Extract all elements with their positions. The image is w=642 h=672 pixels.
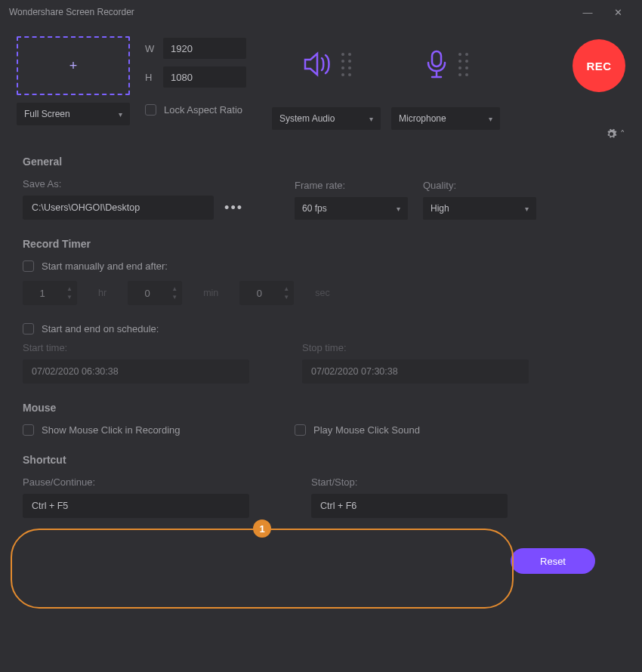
section-mouse: Mouse (23, 402, 619, 414)
system-audio-value: System Audio (279, 113, 335, 124)
microphone-select[interactable]: Microphone ▾ (391, 107, 500, 130)
speaker-icon (302, 51, 332, 78)
hours-unit: hr (98, 288, 106, 298)
height-label: H (145, 72, 156, 83)
seconds-unit: sec (315, 288, 329, 298)
width-label: W (145, 43, 156, 54)
app-window: Wondershare Screen Recorder — ✕ + Full S… (0, 0, 642, 672)
minutes-stepper[interactable]: 0▲▼ (128, 281, 182, 305)
start-stop-label: Start/Stop: (311, 476, 508, 488)
minutes-unit: min (203, 288, 218, 298)
browse-button[interactable]: ••• (218, 200, 249, 216)
timer-schedule-checkbox[interactable] (23, 323, 34, 334)
close-button[interactable]: ✕ (603, 7, 633, 18)
microphone-value: Microphone (399, 113, 446, 124)
pause-continue-label: Pause/Continue: (23, 476, 249, 488)
quality-label: Quality: (423, 180, 536, 191)
show-mouse-click-label: Show Mouse Click in Recording (42, 424, 181, 436)
width-input[interactable] (163, 38, 246, 59)
minimize-button[interactable]: — (573, 7, 603, 18)
hours-stepper[interactable]: 1▲▼ (23, 281, 77, 305)
frame-rate-select[interactable]: 60 fps ▾ (295, 197, 408, 220)
chevron-down-icon: ▾ (525, 205, 529, 213)
start-time-label: Start time: (23, 342, 249, 353)
lock-aspect-label: Lock Aspect Ratio (164, 104, 242, 116)
settings-toggle[interactable]: ˄ (606, 128, 625, 140)
lock-aspect-checkbox[interactable] (145, 104, 156, 116)
section-record-timer: Record Timer (23, 238, 619, 250)
toolbar: + Full Screen ▾ W H Lock Aspect Ratio (0, 24, 642, 137)
chevron-down-icon: ▾ (489, 115, 492, 123)
chevron-up-icon: ˄ (620, 128, 625, 140)
height-input[interactable] (163, 66, 246, 88)
play-click-sound-checkbox[interactable] (295, 424, 306, 436)
start-time-field[interactable]: 07/02/2020 06:30:38 (23, 359, 249, 384)
screen-mode-value: Full Screen (24, 109, 70, 119)
quality-select[interactable]: High ▾ (423, 197, 536, 220)
section-general: General (23, 156, 619, 168)
capture-region-selector[interactable]: + (17, 36, 130, 95)
quality-value: High (431, 203, 449, 214)
record-button[interactable]: REC (573, 39, 625, 92)
chevron-down-icon: ▾ (369, 115, 373, 123)
svg-rect-0 (432, 51, 441, 66)
frame-rate-label: Frame rate: (295, 180, 408, 191)
titlebar: Wondershare Screen Recorder — ✕ (0, 0, 642, 24)
plus-icon: + (69, 58, 78, 74)
frame-rate-value: 60 fps (302, 203, 327, 214)
stop-time-label: Stop time: (302, 342, 529, 353)
system-audio-select[interactable]: System Audio ▾ (272, 107, 381, 130)
show-mouse-click-checkbox[interactable] (23, 424, 34, 436)
record-label: REC (586, 60, 611, 72)
pause-continue-field[interactable]: Ctrl + F5 (23, 494, 249, 518)
level-dots (458, 53, 468, 76)
app-title: Wondershare Screen Recorder (9, 7, 134, 17)
play-click-sound-label: Play Mouse Click Sound (313, 424, 420, 436)
timer-schedule-label: Start and end on schedule: (42, 323, 159, 334)
screen-mode-select[interactable]: Full Screen ▾ (17, 103, 130, 125)
gear-icon (606, 128, 617, 140)
save-as-label: Save As: (23, 178, 249, 190)
start-stop-field[interactable]: Ctrl + F6 (311, 494, 508, 518)
chevron-down-icon: ▾ (119, 110, 122, 119)
chevron-down-icon: ▾ (397, 205, 400, 213)
stop-time-field[interactable]: 07/02/2020 07:30:38 (302, 359, 529, 384)
level-dots (341, 53, 351, 76)
timer-manual-label: Start manually and end after: (42, 260, 168, 272)
footer: Reset (0, 533, 642, 596)
reset-button[interactable]: Reset (511, 548, 595, 574)
section-shortcut: Shortcut (23, 454, 619, 466)
seconds-stepper[interactable]: 0▲▼ (239, 281, 294, 305)
timer-manual-checkbox[interactable] (23, 260, 34, 272)
settings-body: General Save As: C:\Users\OHGOI\Desktop … (0, 137, 642, 533)
microphone-icon (424, 49, 449, 79)
save-as-field[interactable]: C:\Users\OHGOI\Desktop (23, 196, 214, 220)
